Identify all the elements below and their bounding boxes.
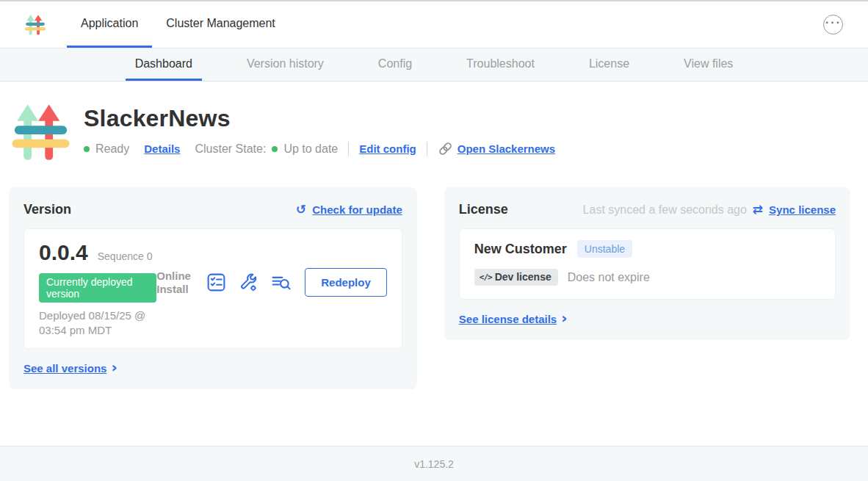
nav-tab-cluster-management[interactable]: Cluster Management	[152, 1, 289, 48]
top-navigation: Application Cluster Management •••	[0, 1, 868, 48]
license-type-badge: </> Dev license	[474, 269, 558, 286]
last-synced-text: Last synced a few seconds ago	[583, 203, 747, 217]
tab-config[interactable]: Config	[369, 48, 422, 81]
tab-license[interactable]: License	[579, 48, 639, 81]
version-sequence: Sequence 0	[98, 250, 153, 262]
check-for-update-link[interactable]: Check for update	[312, 203, 402, 216]
divider	[348, 142, 349, 156]
top-nav-spacer	[289, 1, 823, 48]
app-logo[interactable]	[24, 1, 46, 48]
app-header: SlackerNews Ready Details Cluster State:…	[10, 102, 850, 163]
tab-view-files[interactable]: View files	[674, 48, 742, 81]
dashboard-cards: Version ↺ Check for update 0.0.4 Sequenc…	[9, 187, 850, 389]
app-status-dot	[84, 146, 90, 152]
app-logo-icon	[24, 14, 46, 36]
sync-icon: ⇄	[753, 203, 763, 216]
link-icon	[438, 141, 453, 156]
config-wrench-icon[interactable]	[238, 272, 259, 293]
app-icon	[10, 102, 71, 163]
edit-config-link[interactable]: Edit config	[359, 142, 416, 155]
app-sub-navigation: Dashboard Version history Config Trouble…	[0, 48, 868, 82]
version-number: 0.0.4	[39, 240, 88, 265]
preflight-checks-icon[interactable]	[206, 272, 227, 293]
ellipsis-icon: •••	[825, 20, 842, 26]
current-version-panel: 0.0.4 Sequence 0 Currently deployed vers…	[23, 228, 402, 349]
version-card-title: Version	[23, 202, 71, 217]
deployed-timestamp: Deployed 08/15/25 @ 03:54 pm MDT	[39, 308, 156, 337]
sync-license-link[interactable]: Sync license	[769, 203, 836, 216]
tab-dashboard[interactable]: Dashboard	[126, 48, 202, 81]
customer-name: New Customer	[474, 242, 567, 257]
version-card: Version ↺ Check for update 0.0.4 Sequenc…	[9, 187, 417, 389]
tab-version-history[interactable]: Version history	[237, 48, 333, 81]
redeploy-button[interactable]: Redeploy	[305, 268, 387, 297]
license-card-title: License	[459, 202, 508, 217]
deploy-logs-icon[interactable]	[270, 272, 292, 293]
refresh-icon: ↺	[296, 203, 306, 216]
license-card: License Last synced a few seconds ago ⇄ …	[444, 187, 850, 340]
version-card-header: Version ↺ Check for update	[23, 202, 402, 217]
license-details-panel: New Customer Unstable </> Dev license Do…	[459, 228, 836, 300]
code-icon: </>	[480, 272, 492, 282]
app-status-row: Ready Details Cluster State: Up to date …	[84, 141, 555, 156]
divider	[427, 142, 427, 156]
footer: v1.125.2	[0, 446, 868, 481]
channel-badge: Unstable	[577, 240, 632, 258]
license-expiry: Does not expire	[568, 271, 650, 284]
see-license-details-link[interactable]: See license details	[459, 313, 557, 325]
license-type-text: Dev license	[495, 271, 551, 283]
install-type-label: Online Install	[156, 270, 195, 296]
nav-tab-application[interactable]: Application	[67, 1, 152, 48]
open-app-link[interactable]: Open Slackernews	[457, 142, 555, 155]
see-all-versions-link[interactable]: See all versions	[23, 362, 106, 375]
cluster-state-value: Up to date	[283, 142, 338, 156]
chevron-right-icon[interactable]: ›	[111, 360, 117, 375]
page-title: SlackerNews	[84, 105, 555, 132]
license-card-header: License Last synced a few seconds ago ⇄ …	[459, 202, 836, 217]
tab-troubleshoot[interactable]: Troubleshoot	[457, 48, 544, 81]
dashboard-main: SlackerNews Ready Details Cluster State:…	[0, 82, 868, 446]
more-options-button[interactable]: •••	[823, 15, 843, 35]
cluster-state-label: Cluster State:	[195, 142, 266, 156]
details-link[interactable]: Details	[144, 142, 180, 155]
app-status-text: Ready	[95, 142, 129, 156]
console-version: v1.125.2	[414, 458, 454, 470]
deployed-badge: Currently deployed version	[39, 273, 156, 303]
top-nav-tabs: Application Cluster Management	[67, 1, 289, 48]
cluster-state-dot	[272, 146, 278, 152]
chevron-right-icon[interactable]: ›	[561, 311, 567, 325]
